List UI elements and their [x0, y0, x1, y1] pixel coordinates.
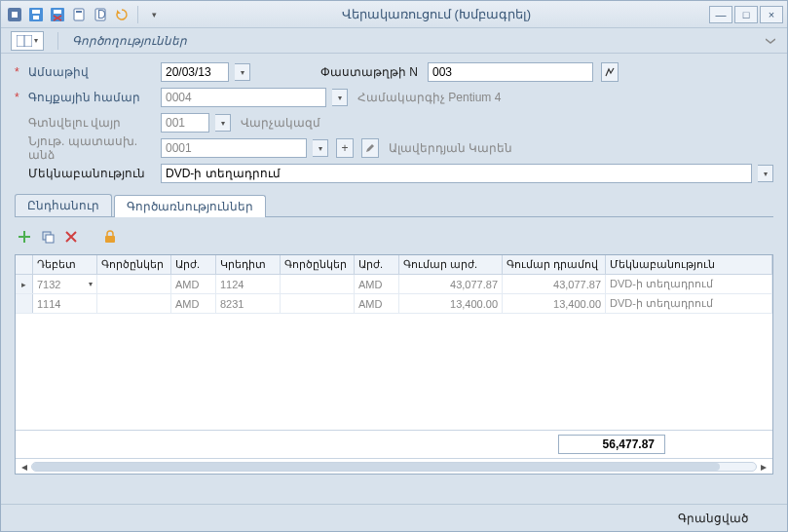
operations-label[interactable]: Գործողություններ	[72, 34, 187, 48]
copy-row-icon[interactable]	[38, 227, 57, 247]
cell-cur2[interactable]: AMD	[355, 275, 399, 293]
inventory-input[interactable]: 0004	[161, 88, 326, 107]
customize-dropdown-icon[interactable]: ▾	[144, 5, 164, 24]
svg-rect-13	[46, 235, 54, 243]
col-comment[interactable]: Մեկնաբանություն	[606, 255, 772, 274]
date-dropdown-icon[interactable]: ▾	[235, 63, 250, 81]
svg-text:D: D	[97, 8, 106, 21]
docnum-input[interactable]: 003	[428, 62, 593, 82]
lock-icon[interactable]	[100, 227, 120, 247]
horizontal-scrollbar[interactable]: ◂ ▸	[16, 458, 772, 474]
svg-rect-3	[33, 16, 39, 19]
tab-strip: Ընդհանուր Գործառնություններ	[15, 194, 773, 217]
docnum-action-icon[interactable]	[601, 62, 619, 82]
inventory-side-text: Համակարգիչ Pentium 4	[357, 91, 501, 104]
cell-comment[interactable]: DVD-ի տեղադրում	[606, 275, 772, 293]
required-marker: *	[15, 91, 22, 104]
required-marker: *	[15, 65, 22, 79]
form-content: * Ամսաթիվ 20/03/13 ▾ Փաստաթղթի N 003 * Գ…	[1, 54, 787, 504]
col-partners2[interactable]: Գործընկեր	[281, 255, 355, 274]
cell-partners2[interactable]	[281, 275, 355, 293]
grid-toolbar	[15, 221, 773, 250]
app-icon[interactable]	[5, 5, 24, 24]
cell-amt-cur[interactable]: 13,400.00	[399, 294, 503, 313]
add-row-icon[interactable]	[15, 227, 34, 247]
row-indicator	[16, 294, 33, 313]
comment-dropdown-icon[interactable]: ▾	[758, 165, 773, 182]
col-partners1[interactable]: Գործընկեր	[97, 255, 171, 274]
inventory-dropdown-icon[interactable]: ▾	[332, 89, 348, 106]
cell-comment[interactable]: DVD-ի տեղադրում	[606, 294, 772, 313]
main-window: D ▾ Վերակառուցում (Խմբագրել) — □ × ▾ Գոր…	[0, 0, 788, 532]
data-grid: Դեբետ Գործընկեր Արժ. Կրեդիտ Գործընկեր Ար…	[15, 254, 773, 475]
responsible-dropdown-icon[interactable]: ▾	[313, 139, 328, 157]
grid-body: ▸7132▾AMD1124AMD43,077.8743,077.87DVD-ի …	[16, 275, 772, 430]
refresh-icon[interactable]	[112, 5, 131, 24]
cell-partners1[interactable]	[97, 275, 171, 293]
titlebar: D ▾ Վերակառուցում (Խմբագրել) — □ ×	[1, 1, 787, 28]
cell-amt-cur[interactable]: 43,077.87	[399, 275, 503, 293]
scroll-left-icon[interactable]: ◂	[18, 460, 31, 474]
col-amt-dram[interactable]: Գումար դրամով	[503, 255, 606, 274]
cell-debit[interactable]: 7132▾	[33, 275, 97, 293]
location-side-text: Վարչակազմ	[241, 116, 320, 130]
status-text: Գրանցված	[678, 512, 748, 525]
col-debit[interactable]: Դեբետ	[33, 255, 97, 274]
svg-rect-7	[76, 11, 82, 13]
cell-cur1[interactable]: AMD	[171, 294, 216, 313]
date-label: Ամսաթիվ	[28, 65, 155, 79]
cell-cur2[interactable]: AMD	[355, 294, 399, 313]
tab-general[interactable]: Ընդհանուր	[15, 194, 112, 216]
cell-debit[interactable]: 1114	[33, 294, 97, 313]
separator	[137, 6, 138, 23]
docnum-label: Փաստաթղթի N	[320, 65, 418, 79]
total-value: 56,477.87	[558, 435, 665, 454]
cell-credit[interactable]: 8231	[216, 294, 281, 313]
svg-rect-14	[105, 236, 115, 243]
cell-amt-dram[interactable]: 13,400.00	[503, 294, 606, 313]
cell-cur1[interactable]: AMD	[171, 275, 216, 293]
minimize-button[interactable]: —	[709, 6, 732, 23]
inventory-label: Գույքային համար	[28, 91, 155, 104]
col-credit[interactable]: Կրեդիտ	[216, 255, 281, 274]
grid-footer: 56,477.87	[16, 430, 772, 458]
scroll-thumb[interactable]	[32, 463, 720, 471]
comment-input[interactable]: DVD-ի տեղադրում	[161, 164, 752, 183]
col-cur2[interactable]: Արժ.	[355, 255, 399, 274]
location-input[interactable]: 001	[161, 113, 209, 133]
save-close-icon[interactable]	[48, 5, 67, 24]
tab-transactions[interactable]: Գործառնություններ	[114, 195, 266, 217]
comment-label: Մեկնաբանություն	[28, 167, 155, 180]
col-cur1[interactable]: Արժ.	[171, 255, 216, 274]
location-dropdown-icon[interactable]: ▾	[215, 114, 231, 132]
doc-d-icon[interactable]: D	[91, 5, 110, 24]
expand-icon[interactable]	[764, 36, 777, 46]
close-button[interactable]: ×	[760, 6, 783, 23]
maximize-button[interactable]: □	[734, 6, 758, 23]
location-label: Գտնվելու վայր	[28, 116, 155, 130]
add-button[interactable]: +	[336, 138, 354, 158]
table-row[interactable]: 1114AMD8231AMD13,400.0013,400.00DVD-ի տե…	[16, 294, 772, 314]
cell-credit[interactable]: 1124	[216, 275, 281, 293]
grid-header: Դեբետ Գործընկեր Արժ. Կրեդիտ Գործընկեր Ար…	[16, 255, 772, 275]
cell-partners1[interactable]	[97, 294, 171, 313]
window-title: Վերակառուցում (Խմբագրել)	[164, 7, 709, 21]
responsible-label: Նյութ. պատասխ. անձ	[28, 134, 155, 162]
svg-rect-5	[54, 10, 61, 14]
secondary-toolbar: ▾ Գործողություններ	[1, 28, 787, 54]
view-mode-button[interactable]: ▾	[11, 31, 44, 51]
svg-rect-2	[32, 10, 40, 14]
col-amt-cur[interactable]: Գումար արժ.	[399, 255, 503, 274]
cell-partners2[interactable]	[281, 294, 355, 313]
cell-amt-dram[interactable]: 43,077.87	[503, 275, 606, 293]
save-icon[interactable]	[26, 5, 46, 24]
delete-row-icon[interactable]	[61, 227, 81, 247]
table-row[interactable]: ▸7132▾AMD1124AMD43,077.8743,077.87DVD-ի …	[16, 275, 772, 294]
responsible-input[interactable]: 0001	[161, 138, 307, 158]
status-bar: Գրանցված	[1, 504, 787, 531]
svg-rect-6	[74, 9, 84, 20]
date-input[interactable]: 20/03/13	[161, 62, 229, 82]
scroll-right-icon[interactable]: ▸	[757, 460, 770, 474]
doc1-icon[interactable]	[69, 5, 89, 24]
edit-button[interactable]	[361, 138, 379, 158]
